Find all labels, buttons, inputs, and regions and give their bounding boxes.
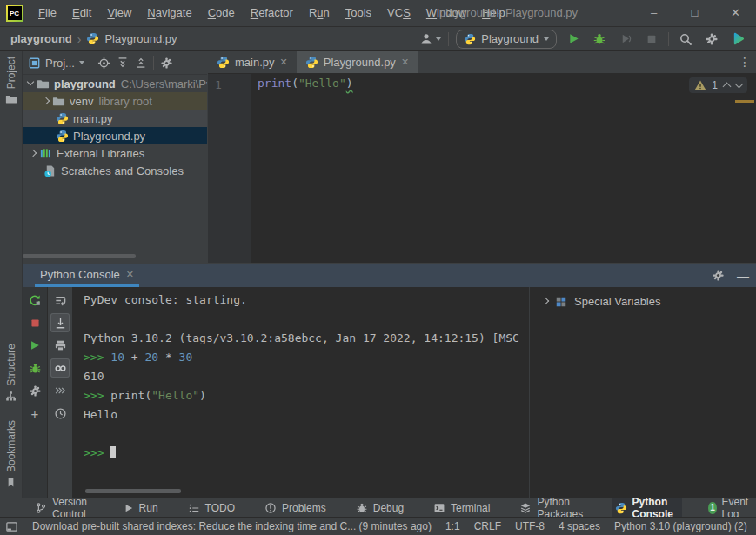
menu-code[interactable]: Code [200, 0, 243, 26]
code-area[interactable]: print("Hello") [251, 74, 756, 263]
project-view-icon [28, 57, 41, 70]
breadcrumb-project[interactable]: playground [10, 32, 72, 45]
stop-console-button[interactable] [25, 313, 44, 332]
close-button[interactable]: ✕ [715, 0, 756, 26]
run-button[interactable] [564, 30, 583, 49]
console-prompt-line[interactable]: >>> [84, 444, 529, 463]
tool-window-bar: Version Control Run TODO Problems Debug … [0, 498, 756, 517]
tree-item-playground-py[interactable]: Playground.py [23, 127, 207, 144]
console-output[interactable]: PyDev console: starting. Python 3.10.2 (… [73, 287, 529, 498]
close-tab-icon[interactable]: ✕ [126, 269, 134, 280]
close-tab-icon[interactable]: ✕ [401, 57, 409, 68]
tree-item-scratches[interactable]: Scratches and Consoles [23, 162, 207, 179]
stripe-structure-button[interactable]: Structure [0, 344, 22, 402]
hide-panel-button[interactable]: — [737, 269, 749, 283]
menu-edit[interactable]: Edit [64, 0, 99, 26]
settings-button[interactable] [702, 30, 721, 49]
console-tab[interactable]: Python Console ✕ [35, 264, 139, 287]
collapse-all-button[interactable] [135, 57, 147, 69]
caret-position[interactable]: 1:1 [445, 520, 460, 532]
tree-item-main-py[interactable]: main.py [23, 110, 207, 127]
soft-wrap-button[interactable] [50, 358, 70, 378]
chevron-collapsed-icon[interactable] [542, 298, 548, 304]
history-button[interactable] [50, 404, 70, 423]
toolwindow-run[interactable]: Run [120, 498, 162, 517]
tab-options-icon[interactable]: ⋮ [739, 51, 751, 73]
python-interpreter[interactable]: Python 3.10 (playground) (2) [614, 520, 747, 532]
console-line-output: Hello [84, 405, 529, 425]
indent-setting[interactable]: 4 spaces [559, 520, 600, 532]
menu-run[interactable]: Run [301, 0, 338, 26]
toolwindow-todo[interactable]: TODO [184, 498, 238, 517]
window-layout-icon[interactable] [5, 520, 18, 533]
coverage-button[interactable] [616, 30, 635, 49]
execute-button[interactable] [25, 336, 44, 355]
problems-icon [264, 502, 277, 514]
search-icon [679, 32, 692, 46]
inspection-widget[interactable]: 1 [689, 77, 747, 93]
next-problem-icon[interactable] [735, 82, 742, 89]
hide-panel-button[interactable]: — [179, 56, 191, 70]
toolwindow-terminal[interactable]: Terminal [430, 498, 493, 517]
editor-body[interactable]: 1 print("Hello") 1 [208, 74, 756, 263]
gear-icon[interactable] [712, 269, 725, 282]
code-with-me-button[interactable] [728, 30, 747, 49]
file-encoding[interactable]: UTF-8 [515, 520, 545, 532]
menu-view[interactable]: View [99, 0, 139, 26]
python-file-icon [86, 32, 99, 45]
console-settings-button[interactable] [25, 381, 44, 400]
status-message[interactable]: Download pre-built shared indexes: Reduc… [32, 520, 432, 532]
expand-all-button[interactable] [117, 57, 129, 69]
toolwindow-python-packages[interactable]: Python Packages [516, 498, 588, 517]
menu-refactor[interactable]: Refactor [243, 0, 301, 26]
menu-navigate[interactable]: Navigate [139, 0, 199, 26]
pycharm-window: PC File Edit View Navigate Code Refactor… [0, 0, 756, 535]
toolwindow-debug[interactable]: Debug [352, 498, 407, 517]
tree-item-playground[interactable]: playground C:\Users\marki\Pych [23, 75, 207, 92]
debug-button[interactable] [590, 30, 609, 49]
libraries-icon [39, 147, 52, 160]
chevron-collapsed-icon[interactable] [43, 98, 49, 104]
scrollbar-warning-mark [735, 100, 754, 103]
menu-file[interactable]: File [30, 0, 64, 26]
toolwindow-version-control[interactable]: Version Control [31, 498, 97, 517]
chevron-collapsed-icon[interactable] [30, 150, 36, 157]
project-view-selector[interactable]: Proj... [28, 57, 84, 70]
tree-item-venv[interactable]: venv library root [23, 92, 207, 110]
chevron-expanded-icon[interactable] [27, 81, 33, 87]
line-ending[interactable]: CRLF [474, 520, 501, 532]
breadcrumb-file[interactable]: Playground.py [104, 32, 177, 45]
stripe-bookmarks-button[interactable]: Bookmarks [0, 420, 22, 488]
maximize-button[interactable]: □ [674, 0, 715, 26]
gear-icon[interactable] [160, 57, 173, 70]
menu-vcs[interactable]: VCS [379, 0, 418, 26]
stripe-project-button[interactable]: Project [0, 57, 22, 105]
scroll-to-end-button[interactable] [50, 313, 70, 332]
tab-main-py[interactable]: main.py ✕ [208, 51, 297, 73]
stop-button[interactable] [642, 30, 661, 49]
toolwindow-problems[interactable]: Problems [261, 498, 330, 517]
menu-tools[interactable]: Tools [338, 0, 379, 26]
locate-file-button[interactable] [97, 57, 110, 70]
tab-playground-py[interactable]: Playground.py ✕ [297, 51, 418, 73]
toolwindow-python-console[interactable]: Python Console [612, 498, 683, 517]
tree-item-external-libraries[interactable]: External Libraries [23, 144, 207, 162]
minimize-button[interactable]: – [633, 0, 674, 26]
rerun-button[interactable] [25, 291, 44, 310]
toolwindow-event-log[interactable]: 1Event Log [705, 498, 756, 517]
close-tab-icon[interactable]: ✕ [280, 57, 288, 68]
print-button[interactable] [50, 336, 70, 355]
execute-selection-button[interactable] [50, 381, 70, 400]
search-everywhere-button[interactable] [676, 30, 695, 49]
special-variables-node[interactable]: Special Variables [530, 287, 756, 308]
new-console-button[interactable]: + [25, 404, 44, 423]
bug-icon [29, 362, 42, 375]
horizontal-scrollbar[interactable] [23, 254, 136, 258]
command-queue-button[interactable] [50, 291, 70, 310]
run-config-selector[interactable]: Playground [456, 30, 557, 49]
user-account-button[interactable] [419, 30, 441, 49]
project-tree: playground C:\Users\marki\Pych venv libr… [23, 75, 207, 179]
horizontal-scrollbar[interactable] [85, 489, 181, 493]
attach-debugger-button[interactable] [25, 358, 44, 378]
previous-problem-icon[interactable] [723, 82, 730, 89]
